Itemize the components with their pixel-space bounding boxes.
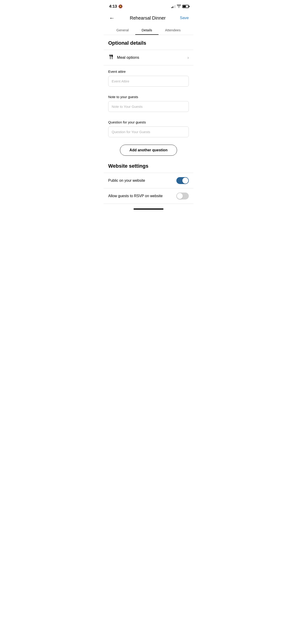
public-website-toggle[interactable] — [176, 177, 189, 184]
fork-knife-icon — [108, 54, 114, 61]
tab-attendees[interactable]: Attendees — [159, 26, 187, 35]
back-button[interactable]: ← — [108, 14, 116, 22]
signal-bar-1 — [171, 7, 172, 8]
meal-options-row[interactable]: Meal options › — [104, 50, 194, 65]
public-website-row: Public on your website — [104, 173, 194, 188]
optional-details-title: Optional details — [108, 40, 146, 46]
event-attire-section: Event attire — [104, 66, 194, 91]
page-header: ← Rehearsal Dinner Save — [104, 12, 194, 26]
wifi-icon — [177, 4, 181, 8]
signal-bars-icon — [171, 5, 176, 8]
status-bar: 4:13 🔕 — [104, 0, 194, 12]
note-to-guests-label: Note to your guests — [108, 95, 189, 99]
event-attire-input[interactable] — [108, 76, 189, 86]
tab-bar: General Details Attendees — [104, 26, 194, 35]
save-button[interactable]: Save — [180, 16, 189, 20]
website-settings-header: Website settings — [104, 162, 194, 173]
rsvp-label: Allow guests to RSVP on website — [108, 194, 162, 198]
question-for-guests-label: Question for your guests — [108, 120, 189, 124]
add-question-wrapper: Add another question — [104, 142, 194, 162]
event-attire-label: Event attire — [108, 70, 189, 74]
toggle-knob-rsvp — [177, 193, 183, 199]
question-for-guests-section: Question for your guests — [104, 116, 194, 142]
question-for-guests-input[interactable] — [108, 126, 189, 137]
toggle-knob-public — [182, 178, 188, 184]
signal-bar-3 — [174, 6, 174, 8]
note-to-guests-input[interactable] — [108, 101, 189, 112]
signal-bar-4 — [175, 5, 176, 8]
tab-details[interactable]: Details — [135, 26, 159, 35]
status-icons — [171, 4, 189, 8]
rsvp-toggle[interactable] — [176, 192, 189, 200]
home-bar — [134, 208, 164, 210]
meal-options-left: Meal options — [108, 54, 139, 61]
public-website-label: Public on your website — [108, 178, 145, 183]
website-settings-title: Website settings — [108, 163, 148, 169]
page-title: Rehearsal Dinner — [130, 16, 166, 21]
tab-general[interactable]: General — [110, 26, 135, 35]
main-content: Optional details Meal options › Event at… — [104, 35, 194, 204]
bell-icon: 🔕 — [118, 4, 123, 8]
status-time: 4:13 — [109, 4, 117, 9]
meal-options-label: Meal options — [117, 55, 139, 60]
home-indicator — [104, 204, 194, 212]
optional-details-header: Optional details — [104, 35, 194, 50]
signal-bar-2 — [172, 6, 173, 8]
battery-icon — [182, 5, 189, 8]
rsvp-row: Allow guests to RSVP on website — [104, 188, 194, 204]
add-another-question-button[interactable]: Add another question — [120, 145, 177, 156]
chevron-right-icon: › — [188, 55, 189, 60]
note-to-guests-section: Note to your guests — [104, 91, 194, 116]
